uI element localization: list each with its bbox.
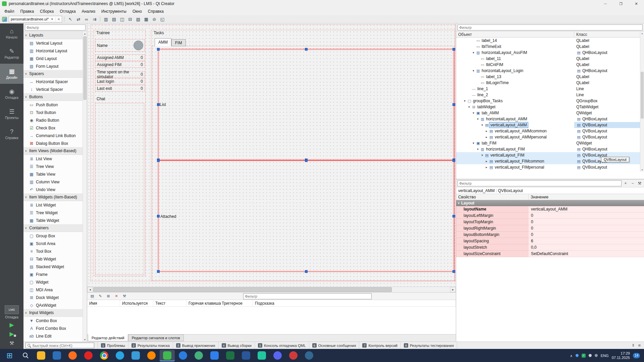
selection-handle[interactable] [157,215,160,218]
output-pane-8[interactable]: 8 Результаты тестирования [401,342,457,349]
taskbar-app-krita[interactable] [191,350,206,361]
action-column-header[interactable]: Триггерное [220,300,253,306]
output-pane-2[interactable]: 2 Результаты поиска [128,342,173,349]
expander-icon[interactable]: ▸ [484,166,489,169]
widget-item[interactable]: ≡ Tool Box [23,247,83,255]
tree-row-lblTimeExit[interactable]: ▭ lblTimeExit QLabel [456,44,644,50]
menu-file[interactable]: Файл [1,8,17,15]
menu-tools[interactable]: Инструменты [98,8,129,15]
copy-action-icon[interactable]: ⊞ [105,293,112,299]
tree-row-tab_FIM[interactable]: ▾ ▣ tab_FIM QWidget [456,140,644,146]
object-filter-input[interactable] [458,24,643,31]
mode-help[interactable]: ? Справка [0,124,23,144]
delete-action-icon[interactable]: ✕ [113,293,120,299]
widget-category[interactable]: ∨ Buttons [23,93,83,101]
scroll-left-icon[interactable] [87,287,93,292]
widget-item[interactable]: ↶ Undo View [23,186,83,193]
volume-icon[interactable] [595,354,598,357]
widget-item[interactable]: ◫ MDI Area [23,286,83,294]
form-field-row[interactable]: Assigned FIM 0 [95,61,145,68]
taskbar-app-start[interactable]: ⊞ [2,350,17,361]
selection-handle[interactable] [157,270,160,273]
property-row-layoutBottomMargin[interactable]: layoutBottomMargin 0 [456,232,644,238]
adjust-size-icon[interactable]: ◱ [158,16,166,22]
widget-item[interactable]: ☰ Tree View [23,163,83,170]
widget-item[interactable]: ▤ Vertical Layout [23,39,83,47]
widget-item[interactable]: ⊡ Tool Button [23,109,83,116]
tree-row-horizontalLayout_AssFIM[interactable]: ▾ ▥ horizontalLayout_AssFIM ▤QHBoxLayout [456,50,644,56]
form-field-row[interactable]: Assigned AMM 0 [95,54,145,61]
scroll-up-icon[interactable] [83,32,87,36]
tree-row-horizontalLayout_Login[interactable]: ▾ ▥ horizontalLayout_Login ▤QHBoxLayout [456,68,644,74]
taskbar-app-discord[interactable] [270,350,285,361]
panel-resize-icon[interactable] [632,343,635,348]
quick-search-box[interactable] [25,343,94,348]
tree-row-line_1[interactable]: ― line_1 Line [456,86,644,92]
widget-item[interactable]: A Font Combo Box [23,324,83,332]
column-class[interactable]: Класс [574,32,587,37]
widget-item[interactable]: ↔ Horizontal Spacer [23,78,83,85]
language-indicator[interactable]: ENG [601,354,609,358]
widget-item[interactable]: ▢ Group Box [23,232,83,240]
project-selector[interactable]: LMS [5,305,19,314]
taskbar-app-postgres[interactable] [302,350,317,361]
action-column-header[interactable]: Горячая клавиша [186,300,220,306]
output-pane-4[interactable]: 4 Вывод сборки [219,342,255,349]
scroll-right-icon[interactable] [450,287,456,292]
widget-item[interactable]: ◉ Radio Button [23,116,83,124]
action-column-header[interactable]: Имя [87,300,120,306]
expander-icon[interactable]: ▾ [476,117,480,121]
scroll-up-icon[interactable] [640,32,644,35]
tree-row-line_2[interactable]: ― line_2 Line [456,92,644,98]
action-column-header[interactable]: Текст [153,300,186,306]
taskbar-app-save-tool[interactable] [49,350,64,361]
widget-category[interactable]: ∨ Layouts [23,32,83,39]
taskbar-app-github[interactable] [286,350,301,361]
property-value[interactable]: 6 [529,238,644,244]
notification-badge[interactable]: 14 [633,353,640,358]
widget-box-scrollbar[interactable] [83,32,87,342]
taskbar-app-word[interactable] [238,350,254,361]
action-filter-input[interactable] [243,293,372,299]
expander-icon[interactable]: ▸ [484,160,489,163]
tree-row-verticalLayout_AMMpersonal[interactable]: ▸ ▤ verticalLayout_AMMpersonal ▤QVBoxLay… [456,134,644,140]
tab-action-editor[interactable]: Редактор действий [88,334,128,341]
object-tree-scrollbar[interactable] [640,32,644,172]
expander-icon[interactable]: ▾ [480,154,484,157]
taskbar-app-search[interactable] [18,350,33,361]
widget-category[interactable]: ∨ Spacers [23,70,83,78]
expander-icon[interactable]: ▾ [480,123,484,127]
taskbar-app-chrome[interactable] [97,350,112,361]
expander-icon[interactable]: ▾ [471,69,476,72]
widget-category[interactable]: ∨ Containers [23,224,83,232]
taskbar-app-qt-creator[interactable] [160,350,175,361]
build-button[interactable]: ⚒ [9,340,14,346]
add-property-icon[interactable]: + [623,180,629,186]
property-value[interactable]: 0 [529,232,644,238]
mode-projects[interactable]: ☰ Проекты [0,104,23,124]
expander-icon[interactable]: ▸ [484,135,489,139]
expander-icon[interactable]: ▾ [471,111,476,115]
taskbar-app-explorer[interactable] [34,350,49,361]
edit-widgets-icon[interactable]: ↖ [66,16,74,22]
tree-row-label_14[interactable]: ▭ label_14 QLabel [456,38,644,44]
widget-item[interactable]: ☑ Check Box [23,124,83,132]
widget-item[interactable]: ▣ Scroll Area [23,240,83,247]
widget-item[interactable]: ◇ QAxWidget [23,301,83,309]
selection-handle[interactable] [157,159,160,162]
widget-item[interactable]: ▼ Combo Box [23,317,83,324]
selection-handle[interactable] [452,215,455,218]
output-pane-1[interactable]: 1 Проблемы [98,342,128,349]
widget-category[interactable]: ∨ Input Widgets [23,309,83,317]
edit-tab-order-icon[interactable]: ⇉ [91,16,98,22]
output-pane-6[interactable]: 6 Основные сообщения [309,342,360,349]
layout-vertical-icon[interactable]: ▤ [110,16,118,22]
widget-item[interactable]: ▤ Stacked Widget [23,263,83,270]
property-value[interactable]: 0 [529,225,644,232]
property-row-layoutName[interactable]: layoutName verticalLayout_AMM [456,206,644,213]
property-group-Layout[interactable]: ▾ Layout [456,200,644,206]
property-value[interactable]: 0 [529,213,644,219]
tree-row-verticalLayout_AMMcommon[interactable]: ▸ ▤ verticalLayout_AMMcommon ▤QVBoxLayou… [456,128,644,134]
tree-row-horizontalLayout_FIM[interactable]: ▾ ▥ horizontalLayout_FIM ▤QHBoxLayout [456,146,644,152]
tree-row-verticalLayout_FIMpersonal[interactable]: ▸ ▤ verticalLayout_FIMpersonal ▤QVBoxLay… [456,164,644,170]
